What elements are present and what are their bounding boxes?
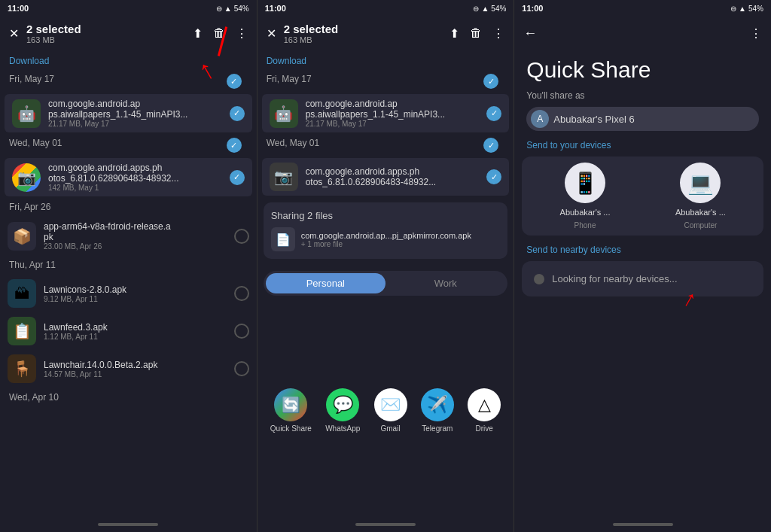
- file-icon-lawnicons: 🏔: [8, 279, 36, 308]
- file-name-lawnfeed: Lawnfeed.3.apk: [44, 322, 227, 333]
- file-info-photos: com.google.android.apps.ph otos_6.81.0.6…: [48, 163, 222, 192]
- quick-share-title: Quick Share: [514, 50, 771, 87]
- back-button[interactable]: ←: [522, 24, 538, 43]
- file-info-fdroid: app-arm64-v8a-fdroid-release.a pk 23.00 …: [44, 221, 227, 251]
- date-fri-may17: Fri, May 17 ✓: [0, 69, 257, 93]
- file-info-p2-photos: com.google.android.apps.ph otos_6.81.0.6…: [306, 166, 480, 187]
- file-name-p2-2: ps.aiwallpapers_1.1-45_minAPI3...: [306, 109, 480, 120]
- share-button-2[interactable]: ⬆: [448, 25, 461, 42]
- file-name-2: ps.aiwallpapers_1.1-45_minAPI3...: [48, 109, 222, 120]
- nav-indicator-2: [258, 517, 514, 532]
- close-button[interactable]: ✕: [8, 25, 20, 42]
- tab-work[interactable]: Work: [386, 273, 505, 293]
- share-as-name: Abubakar's Pixel 6: [553, 114, 634, 125]
- file-meta-p2: 21.17 MB, May 17: [306, 120, 480, 128]
- wifi-icon-3: ▲: [739, 5, 746, 13]
- nearby-dot: [534, 274, 544, 284]
- share-button[interactable]: ⬆: [191, 25, 204, 42]
- file-item-fdroid[interactable]: 📦 app-arm64-v8a-fdroid-release.a pk 23.0…: [0, 217, 257, 255]
- file-check-6: [234, 361, 249, 376]
- file-icon-photos: 📷: [12, 163, 41, 192]
- date-fri-apr26: Fri, Apr 26: [0, 197, 257, 217]
- file-meta-lawnchair: 14.57 MB, Apr 11: [44, 370, 227, 378]
- sharing-file-name: com.google.android.ap...pj_apkmirror.com…: [301, 231, 471, 240]
- computer-device-icon: 💻: [680, 163, 721, 203]
- file-check-p2-2: ✓: [486, 169, 501, 184]
- nav-bar-1: [98, 523, 158, 526]
- file-item-p2-photos[interactable]: 📷 com.google.android.apps.ph otos_6.81.0…: [262, 158, 510, 196]
- sharing-file: 📄 com.google.android.ap...pj_apkmirror.c…: [271, 227, 501, 251]
- file-info-lawnfeed: Lawnfeed.3.apk 1.12 MB, Apr 11: [44, 322, 227, 341]
- send-to-devices-label: Send to your devices: [514, 134, 771, 154]
- tab-personal[interactable]: Personal: [266, 273, 386, 293]
- file-check-5: [234, 324, 249, 339]
- file-name-fdroid-2: pk: [44, 232, 227, 242]
- file-check-1: ✓: [230, 106, 245, 121]
- share-app-gmail[interactable]: ✉️ Gmail: [374, 388, 407, 433]
- share-app-quickshare[interactable]: 🔄 Quick Share: [270, 388, 312, 433]
- phone-device-icon: 📱: [565, 163, 605, 203]
- file-info: com.google.android.ap ps.aiwallpapers_1.…: [48, 99, 222, 128]
- panel-2: 11:00 ⊖ ▲ 54% ✕ 2 selected 163 MB ⬆ 🗑 ⋮ …: [258, 0, 515, 532]
- file-name-p2-photos: com.google.android.apps.ph: [306, 166, 480, 177]
- date-wed-apr10: Wed, Apr 10: [0, 388, 257, 407]
- selected-count-2: 2 selected: [284, 23, 443, 35]
- share-as-chip: A Abubakar's Pixel 6: [526, 107, 759, 131]
- file-name-lawnicons: Lawnicons-2.8.0.apk: [44, 284, 227, 295]
- file-icon-p2-android: 🤖: [270, 99, 298, 128]
- file-item-photos[interactable]: 📷 com.google.android.apps.ph otos_6.81.0…: [5, 158, 252, 196]
- action-icons: ⬆ 🗑 ⋮: [191, 25, 249, 42]
- telegram-label: Telegram: [422, 424, 453, 433]
- gmail-icon: ✉️: [374, 388, 407, 421]
- panel-3: 11:00 ⊖ ▲ 54% ← ⋮ Quick Share You'll sha…: [514, 0, 771, 532]
- file-check-2: ✓: [230, 170, 245, 185]
- sharing-file-info: com.google.android.ap...pj_apkmirror.com…: [301, 231, 471, 248]
- panel-1: 11:00 ⊖ ▲ 54% ✕ 2 selected 163 MB ⬆ 🗑 ⋮ …: [0, 0, 258, 532]
- share-app-drive[interactable]: △ Drive: [468, 388, 501, 433]
- sharing-file-icon: 📄: [271, 227, 295, 251]
- share-app-whatsapp[interactable]: 💬 WhatsApp: [325, 388, 360, 433]
- device-computer-name: Abubakar's ...: [675, 208, 726, 217]
- more-button[interactable]: ⋮: [234, 25, 249, 42]
- signal-icon: ⊖: [216, 5, 222, 13]
- file-item-p2-android[interactable]: 🤖 com.google.android.ap ps.aiwallpapers_…: [262, 94, 510, 132]
- more-button-3[interactable]: ⋮: [748, 25, 763, 42]
- wifi-icon: ▲: [224, 5, 232, 13]
- device-phone[interactable]: 📱 Abubakar's ... Phone: [531, 163, 638, 230]
- delete-button-2[interactable]: 🗑: [468, 25, 483, 41]
- file-meta-lawnfeed: 1.12 MB, Apr 11: [44, 333, 227, 341]
- device-computer[interactable]: 💻 Abubakar's ... Computer: [647, 163, 754, 230]
- signal-icon-3: ⊖: [730, 5, 736, 13]
- drive-label: Drive: [476, 424, 493, 433]
- share-apps-row: 🔄 Quick Share 💬 WhatsApp ✉️ Gmail ✈️ Tel…: [258, 381, 514, 439]
- file-item-lawnchair[interactable]: 🪑 Lawnchair.14.0.0.Beta.2.apk 14.57 MB, …: [0, 350, 257, 388]
- time-3: 11:00: [522, 4, 543, 13]
- drive-icon: △: [468, 388, 501, 421]
- close-button-2[interactable]: ✕: [265, 25, 278, 42]
- send-to-nearby-label: Send to nearby devices: [514, 239, 771, 258]
- date-wed-may01: Wed, May 01 ✓: [0, 133, 257, 157]
- time-1: 11:00: [8, 4, 29, 13]
- selected-size: 163 MB: [26, 35, 185, 44]
- file-icon-android: 🤖: [12, 99, 41, 128]
- file-name-p2: com.google.android.ap: [306, 99, 480, 109]
- delete-button[interactable]: 🗑: [212, 25, 227, 41]
- telegram-icon: ✈️: [421, 388, 454, 421]
- user-avatar: A: [531, 110, 549, 128]
- device-phone-name: Abubakar's ...: [560, 208, 611, 217]
- selection-info: 2 selected 163 MB: [26, 23, 185, 44]
- quickshare-icon: 🔄: [274, 388, 307, 421]
- status-bar-2: 11:00 ⊖ ▲ 54%: [258, 0, 514, 17]
- nav-bar-2: [355, 523, 416, 526]
- nearby-text: Looking for nearby devices...: [552, 273, 677, 284]
- share-app-telegram[interactable]: ✈️ Telegram: [421, 388, 454, 433]
- action-bar-3: ← ⋮: [514, 17, 771, 50]
- file-check-4: [234, 286, 249, 301]
- file-item-lawnicons[interactable]: 🏔 Lawnicons-2.8.0.apk 9.12 MB, Apr 11: [0, 275, 257, 312]
- file-item-lawnfeed[interactable]: 📋 Lawnfeed.3.apk 1.12 MB, Apr 11: [0, 312, 257, 350]
- file-item-aiwallpapers[interactable]: 🤖 com.google.android.ap ps.aiwallpapers_…: [5, 94, 252, 132]
- more-button-2[interactable]: ⋮: [491, 25, 506, 42]
- sharing-title: Sharing 2 files: [271, 210, 501, 221]
- battery-icon: 54%: [234, 5, 249, 13]
- nav-indicator-3: [514, 517, 771, 532]
